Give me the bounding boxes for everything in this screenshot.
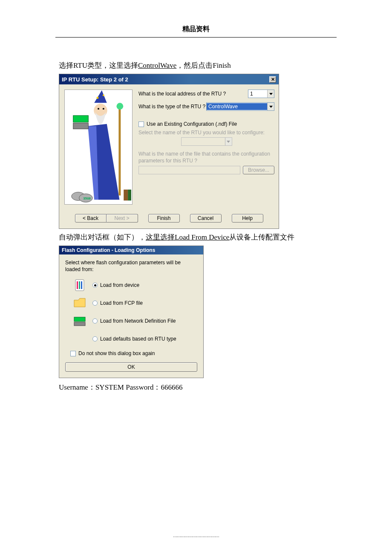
next-button: Next >: [107, 214, 138, 223]
instruction-2-prefix: 自动弹出对话框（如下），: [59, 233, 146, 241]
instruction-1-suffix: ，然后点击Finish: [176, 61, 231, 69]
blank-icon: [73, 332, 86, 345]
load-from-ndf-label: Load from Network Definition File: [100, 318, 176, 324]
rtu-type-value: ControlWave: [207, 103, 267, 110]
dont-show-label: Do not show this dialog box again: [78, 350, 155, 356]
svg-rect-14: [128, 190, 131, 201]
dont-show-checkbox[interactable]: [70, 351, 76, 356]
load-from-fcp-label: Load from FCP file: [100, 300, 143, 306]
svg-point-7: [116, 103, 123, 110]
instruction-1: 选择RTU类型，这里选择ControlWave，然后点击Finish: [59, 61, 337, 70]
dialog1-titlebar: IP RTU Setup: Step 2 of 2 ✕: [59, 74, 279, 84]
instruction-2: 自动弹出对话框（如下），这里选择Load From Device从设备上传配置文…: [59, 232, 337, 242]
cancel-button[interactable]: Cancel: [190, 214, 222, 223]
svg-rect-13: [124, 190, 128, 201]
device-icon: [73, 279, 86, 292]
local-address-combo[interactable]: 1: [248, 90, 274, 98]
browse-button: Browse...: [243, 166, 274, 174]
instruction-1-highlight: ControlWave: [138, 61, 176, 69]
config-file-label: What is the name of the file that contai…: [138, 151, 274, 164]
load-from-device-radio[interactable]: [92, 283, 98, 288]
rtu-type-combo[interactable]: ControlWave: [206, 102, 274, 111]
svg-text:3508: 3508: [83, 197, 91, 200]
dialog2-prompt: Select where flash configuration paramet…: [65, 260, 197, 273]
wizard-image: 3508: [64, 90, 133, 205]
svg-rect-18: [81, 281, 82, 289]
load-defaults-radio[interactable]: [92, 336, 98, 341]
ip-rtu-setup-dialog: IP RTU Setup: Step 2 of 2 ✕: [59, 74, 279, 229]
dialog2-title: Flash Configuration - Loading Options: [59, 246, 203, 254]
folder-icon: [73, 297, 86, 309]
svg-point-2: [103, 95, 104, 96]
page-header: 精品资料: [55, 0, 337, 38]
instruction-2-suffix: 从设备上传配置文件: [229, 233, 294, 241]
svg-rect-16: [77, 281, 78, 289]
svg-rect-17: [79, 281, 80, 289]
dialog1-title: IP RTU Setup: Step 2 of 2: [62, 76, 128, 83]
flash-config-dialog: Flash Configuration - Loading Options Se…: [59, 246, 204, 378]
network-file-icon: [73, 315, 86, 327]
credentials-line: Username：SYSTEM Password：666666: [59, 382, 337, 392]
load-from-device-label: Load from device: [100, 282, 139, 288]
svg-rect-8: [73, 116, 89, 122]
footer-separator: ………………………………: [173, 533, 219, 538]
svg-rect-20: [74, 322, 85, 326]
load-defaults-label: Load defaults based on RTU type: [100, 336, 176, 342]
instruction-1-prefix: 选择RTU类型，这里选择: [59, 61, 138, 69]
use-existing-checkbox[interactable]: [138, 121, 144, 127]
close-icon[interactable]: ✕: [269, 76, 276, 83]
svg-rect-19: [74, 317, 85, 321]
select-rtu-combo: [181, 137, 232, 146]
finish-button[interactable]: Finish: [148, 214, 180, 223]
svg-point-5: [103, 108, 104, 110]
load-from-fcp-radio[interactable]: [92, 301, 98, 306]
chevron-down-icon: [225, 138, 232, 145]
load-from-ndf-radio[interactable]: [92, 318, 98, 324]
back-button[interactable]: < Back: [75, 214, 107, 223]
rtu-type-label: What is the type of the RTU ?: [138, 104, 206, 110]
svg-point-4: [98, 108, 99, 110]
local-address-label: What is the local address of the RTU ?: [138, 91, 248, 97]
config-file-input: [138, 166, 240, 174]
chevron-down-icon[interactable]: [267, 90, 274, 98]
svg-rect-6: [118, 107, 121, 195]
help-button[interactable]: Help: [232, 214, 263, 223]
svg-rect-9: [73, 123, 89, 129]
select-rtu-label: Select the name of the RTU you would lik…: [138, 130, 274, 136]
svg-point-1: [97, 97, 99, 99]
use-existing-label: Use an Existing Configuration (.ndf) Fil…: [147, 121, 237, 127]
instruction-2-highlight: 这里选择Load From Device: [146, 233, 229, 241]
local-address-value: 1: [248, 90, 267, 97]
ok-button[interactable]: OK: [65, 362, 197, 372]
chevron-down-icon[interactable]: [267, 103, 274, 110]
